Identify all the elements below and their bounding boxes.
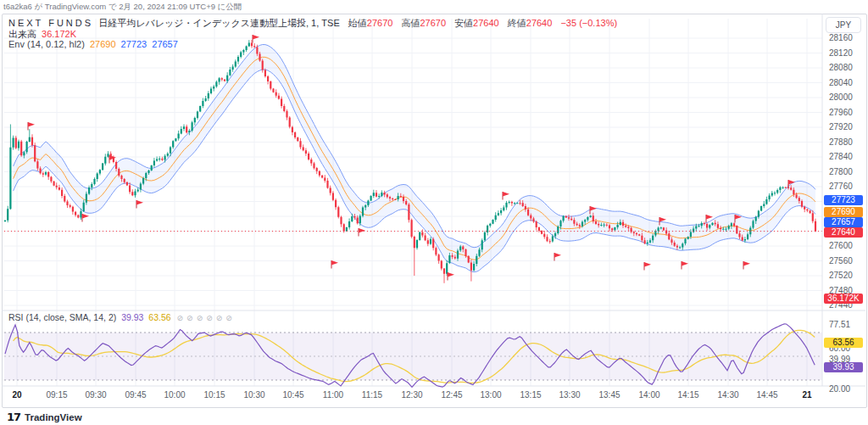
- flag-marker[interactable]: [253, 35, 259, 43]
- time-axis-label: 10:00: [164, 390, 185, 400]
- low-label: 安値: [454, 18, 473, 28]
- volume-badge: 36.172K: [824, 294, 863, 304]
- price-axis-label: 27600: [829, 242, 853, 250]
- indicator-toggle-icon[interactable]: ⊘: [186, 314, 193, 322]
- price-axis-label: 28080: [829, 64, 853, 72]
- tradingview-logo-icon: 17: [7, 411, 20, 423]
- symbol-name: NEXT FUNDS: [8, 18, 93, 28]
- open-label: 始値: [348, 18, 367, 28]
- price-axis-label: 27920: [829, 123, 853, 131]
- rsi-axis-label: 77.51: [829, 321, 850, 329]
- indicator-toggle-icon[interactable]: ⊘: [197, 314, 203, 322]
- rsi-ma-value: 63.56: [148, 312, 170, 322]
- env-upper-badge: 27723: [824, 195, 863, 205]
- price-axis-label: 27880: [829, 138, 853, 147]
- last-price-badge: 27640: [824, 227, 863, 238]
- price-axis-label: 27760: [829, 182, 853, 191]
- time-axis-label: 10:30: [243, 390, 264, 400]
- env-label: Env (14, 0.12, hl2): [8, 39, 85, 49]
- flag-marker[interactable]: [743, 261, 750, 270]
- price-axis-label: 28120: [829, 49, 853, 58]
- tradingview-logo-text: TradingView: [25, 412, 82, 422]
- time-axis-label: 09:45: [125, 390, 146, 400]
- indicator-toggle-icon[interactable]: ⊘: [216, 314, 223, 322]
- flag-marker[interactable]: [331, 260, 338, 269]
- change-value: −35 (−0.13%): [560, 18, 617, 28]
- currency-button[interactable]: JPY: [826, 17, 861, 33]
- flag-marker[interactable]: [682, 261, 688, 270]
- time-axis-label: 14:00: [638, 390, 659, 400]
- price-axis-label: 27520: [829, 271, 853, 280]
- time-axis-label: 09:30: [85, 390, 106, 400]
- symbol-description: 日経平均レバレッジ・インデックス連動型上場投, 1, TSE: [98, 18, 340, 28]
- time-axis-label: 10:45: [282, 390, 303, 400]
- tradingview-snapshot: t6a2ka6 が TradingView.com で 2月 20, 2024 …: [0, 0, 868, 425]
- flag-marker[interactable]: [28, 122, 35, 131]
- time-axis-label: 21: [802, 390, 811, 400]
- close-value: 27640: [526, 18, 553, 28]
- chart-canvas[interactable]: [2, 14, 866, 406]
- time-axis-label: 11:15: [362, 390, 382, 400]
- rsi-toggle-icons: ⊘⊘⊘⊘⊘⊘: [174, 312, 232, 322]
- price-axis-label: 27840: [829, 153, 853, 161]
- flag-marker[interactable]: [503, 192, 509, 200]
- high-value: 27670: [420, 18, 446, 28]
- price-axis-label: 28000: [829, 93, 853, 102]
- rsi-value: 39.93: [121, 312, 143, 322]
- env-legend[interactable]: Env (14, 0.12, hl2) 27690 27723 27657: [8, 39, 178, 49]
- price-axis-label: 27960: [829, 109, 853, 117]
- time-axis-label: 13:15: [520, 390, 541, 400]
- time-axis-label: 13:00: [480, 390, 501, 400]
- time-axis-label: 09:15: [46, 390, 67, 400]
- indicator-toggle-icon[interactable]: ⊘: [177, 314, 184, 322]
- open-value: 27670: [367, 18, 393, 28]
- high-label: 高値: [401, 18, 420, 28]
- rsi-legend[interactable]: RSI (14, close, SMA, 14, 2) 39.93 63.56 …: [8, 312, 232, 322]
- flag-marker[interactable]: [359, 228, 365, 237]
- time-axis-label: 12:30: [401, 390, 422, 400]
- volume-label: 出来高: [8, 29, 36, 39]
- close-label: 終値: [508, 18, 526, 28]
- env-upper-value: 27723: [121, 39, 147, 49]
- attribution-text: t6a2ka6 が TradingView.com で 2月 20, 2024 …: [3, 2, 242, 13]
- rsi-ma-badge: 63.56: [824, 338, 863, 348]
- price-axis-label: 28160: [829, 34, 853, 42]
- low-value: 27640: [473, 18, 499, 28]
- indicator-toggle-icon[interactable]: ⊘: [225, 314, 232, 322]
- symbol-legend[interactable]: NEXT FUNDS 日経平均レバレッジ・インデックス連動型上場投, 1, TS…: [8, 17, 617, 30]
- time-axis-label: 13:45: [598, 390, 620, 400]
- env-lower-badge: 27657: [824, 217, 863, 227]
- tradingview-footer[interactable]: 17 TradingView: [7, 411, 82, 423]
- flag-marker[interactable]: [82, 214, 89, 222]
- price-axis-label: 28040: [829, 79, 853, 87]
- time-axis-label: 14:45: [756, 390, 777, 400]
- time-axis-label: 11:00: [323, 390, 343, 400]
- env-lower-value: 27657: [152, 39, 178, 49]
- rsi-value-badge: 39.93: [824, 362, 863, 372]
- time-axis-label: 12:45: [441, 390, 462, 400]
- flag-marker[interactable]: [644, 262, 651, 271]
- env-basis-badge: 27690: [824, 207, 863, 217]
- price-axis-label: 27800: [829, 168, 853, 176]
- flag-marker[interactable]: [448, 272, 454, 281]
- time-axis-label: 10:15: [203, 390, 225, 400]
- flag-marker[interactable]: [554, 253, 561, 261]
- time-axis-label: 20: [12, 390, 21, 400]
- time-axis-label: 14:15: [677, 390, 698, 400]
- time-axis-label: 14:30: [717, 390, 738, 400]
- rsi-axis-label: 20.00: [829, 385, 850, 394]
- rsi-label: RSI (14, close, SMA, 14, 2): [8, 312, 116, 322]
- indicator-toggle-icon[interactable]: ⊘: [206, 314, 213, 322]
- time-axis-label: 13:30: [559, 390, 580, 400]
- env-basis-value: 27690: [90, 39, 116, 49]
- volume-value: 36.172K: [42, 29, 76, 39]
- price-axis-label: 27560: [829, 257, 853, 266]
